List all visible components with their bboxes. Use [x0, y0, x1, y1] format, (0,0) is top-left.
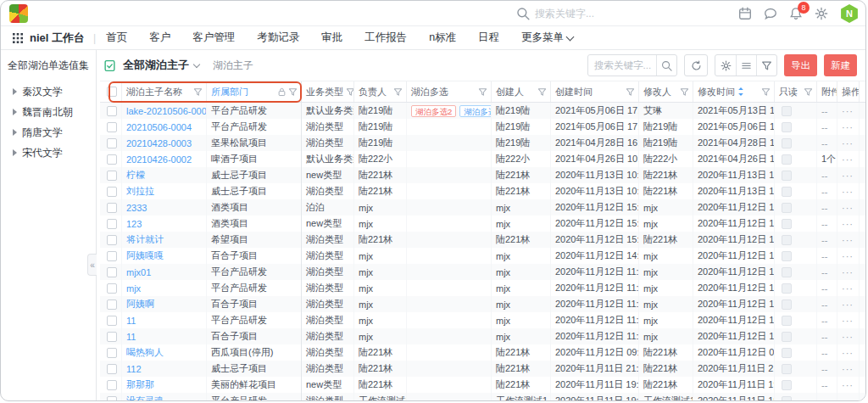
row-more-icon[interactable]: ··· — [842, 235, 854, 245]
cell-ops[interactable]: ··· — [837, 167, 860, 183]
row-more-icon[interactable]: ··· — [842, 396, 854, 402]
cell-name[interactable]: 20210506-0004 — [122, 119, 207, 135]
cell-ops[interactable]: ··· — [837, 264, 860, 280]
global-search[interactable]: 搜索关键字... — [516, 7, 594, 21]
column-header-tags[interactable]: 湖泊多选 — [407, 81, 492, 102]
sidebar-item-3[interactable]: 宋代文学 — [8, 143, 96, 163]
cell-name[interactable]: 柠檬 — [122, 167, 207, 183]
column-header-created[interactable]: 创建时间 — [551, 81, 639, 102]
row-more-icon[interactable]: ··· — [842, 251, 854, 261]
calendar-icon[interactable] — [738, 7, 752, 20]
row-more-icon[interactable]: ··· — [842, 187, 854, 197]
cell-name[interactable]: 刘拉拉 — [122, 183, 207, 199]
cell-name[interactable]: 喝热狗人 — [122, 344, 207, 361]
cell-name[interactable]: 没有灵魂 — [122, 393, 207, 401]
view-tab[interactable]: 湖泊主子 — [213, 59, 253, 73]
select-all-checkbox[interactable] — [107, 87, 117, 97]
cell-ops[interactable]: ··· — [837, 183, 860, 199]
row-more-icon[interactable]: ··· — [842, 203, 854, 213]
filter-icon[interactable] — [804, 87, 813, 97]
column-header-creator[interactable]: 创建人 — [492, 81, 551, 102]
nav-item-2[interactable]: 客户管理 — [192, 31, 235, 45]
cell-name[interactable]: 将计就计 — [122, 232, 207, 248]
row-checkbox[interactable] — [107, 219, 117, 229]
row-checkbox[interactable] — [107, 332, 117, 342]
row-checkbox[interactable] — [107, 154, 117, 165]
row-more-icon[interactable]: ··· — [842, 171, 854, 181]
nav-item-7[interactable]: 日程 — [478, 31, 499, 45]
row-more-icon[interactable]: ··· — [842, 154, 854, 165]
filter-icon[interactable] — [288, 87, 298, 97]
cell-name[interactable]: 阿姨啊 — [122, 296, 207, 312]
filter-icon[interactable] — [346, 87, 354, 97]
column-header-owner[interactable]: 负责人 — [354, 81, 407, 102]
table-search-icon[interactable] — [656, 55, 676, 76]
filter-icon[interactable] — [761, 87, 771, 97]
row-more-icon[interactable]: ··· — [842, 267, 854, 277]
column-header-readonly[interactable]: 只读 — [775, 81, 817, 102]
row-checkbox[interactable] — [107, 380, 117, 390]
cell-ops[interactable]: ··· — [837, 232, 860, 248]
row-checkbox[interactable] — [107, 235, 117, 245]
table-search[interactable]: 搜索关键字... — [587, 54, 677, 76]
row-more-icon[interactable]: ··· — [842, 316, 854, 326]
nav-item-1[interactable]: 客户 — [149, 31, 170, 45]
cell-ops[interactable]: ··· — [837, 151, 860, 167]
column-header-dept[interactable]: 所属部门 — [207, 81, 302, 102]
cell-name[interactable]: mjx — [122, 280, 207, 296]
cell-name[interactable]: 2333 — [122, 199, 207, 215]
cell-ops[interactable]: ··· — [837, 377, 860, 393]
cell-ops[interactable]: ··· — [837, 361, 860, 377]
cell-ops[interactable]: ··· — [837, 280, 860, 296]
cell-name[interactable]: 123 — [122, 215, 207, 232]
row-more-icon[interactable]: ··· — [842, 283, 854, 294]
nav-item-0[interactable]: 首页 — [106, 31, 127, 45]
sidebar-item-2[interactable]: 隋唐文学 — [8, 122, 96, 143]
row-checkbox[interactable] — [107, 187, 117, 197]
export-button[interactable]: 导出 — [784, 54, 817, 76]
row-checkbox[interactable] — [107, 106, 117, 116]
filter-icon[interactable] — [680, 87, 689, 97]
filter-icon[interactable] — [393, 87, 403, 97]
row-more-icon[interactable]: ··· — [842, 122, 854, 132]
nav-item-5[interactable]: 工作报告 — [364, 31, 407, 45]
cell-ops[interactable]: ··· — [837, 393, 860, 401]
row-more-icon[interactable]: ··· — [842, 219, 854, 229]
row-checkbox[interactable] — [107, 203, 117, 213]
refresh-button[interactable] — [684, 54, 708, 76]
cell-name[interactable]: 那那那 — [122, 377, 207, 393]
user-avatar[interactable]: N — [840, 4, 859, 23]
cell-name[interactable]: 阿姨嘎嘎 — [122, 248, 207, 264]
cell-ops[interactable]: ··· — [837, 119, 860, 135]
cell-ops[interactable]: ··· — [837, 296, 860, 312]
column-header-name[interactable]: 湖泊主子名称 — [122, 81, 207, 102]
filter-icon[interactable] — [626, 87, 635, 97]
cell-ops[interactable]: ··· — [837, 344, 860, 361]
nav-item-3[interactable]: 考勤记录 — [257, 31, 299, 45]
notifications[interactable]: 8 — [789, 7, 803, 20]
cell-name[interactable]: 11 — [122, 328, 207, 344]
nav-more-menu[interactable]: 更多菜单 — [521, 31, 573, 45]
cell-ops[interactable]: ··· — [837, 328, 860, 344]
row-checkbox[interactable] — [107, 171, 117, 181]
row-checkbox[interactable] — [107, 348, 117, 358]
workspace-title[interactable]: niel 工作台 — [30, 31, 85, 46]
cell-ops[interactable]: ··· — [837, 215, 860, 232]
create-button[interactable]: 新建 — [824, 54, 857, 76]
filter-icon[interactable] — [537, 87, 547, 97]
column-header-modifier[interactable]: 修改人 — [639, 81, 693, 102]
gear-icon[interactable] — [815, 7, 828, 20]
cell-ops[interactable]: ··· — [837, 135, 860, 151]
row-more-icon[interactable]: ··· — [842, 364, 854, 374]
nav-item-6[interactable]: n标准 — [429, 31, 456, 45]
row-more-icon[interactable]: ··· — [842, 138, 854, 148]
row-more-icon[interactable]: ··· — [842, 106, 854, 116]
sidebar-collapse-button[interactable]: « — [87, 254, 97, 276]
app-grid-icon[interactable] — [13, 33, 23, 43]
row-checkbox[interactable] — [107, 251, 117, 261]
nav-item-4[interactable]: 审批 — [321, 31, 342, 45]
column-header-attach[interactable]: 附件 — [817, 81, 837, 102]
sidebar-item-0[interactable]: 秦汉文学 — [8, 81, 96, 102]
cell-ops[interactable]: ··· — [837, 103, 860, 119]
chat-icon[interactable] — [764, 7, 777, 20]
